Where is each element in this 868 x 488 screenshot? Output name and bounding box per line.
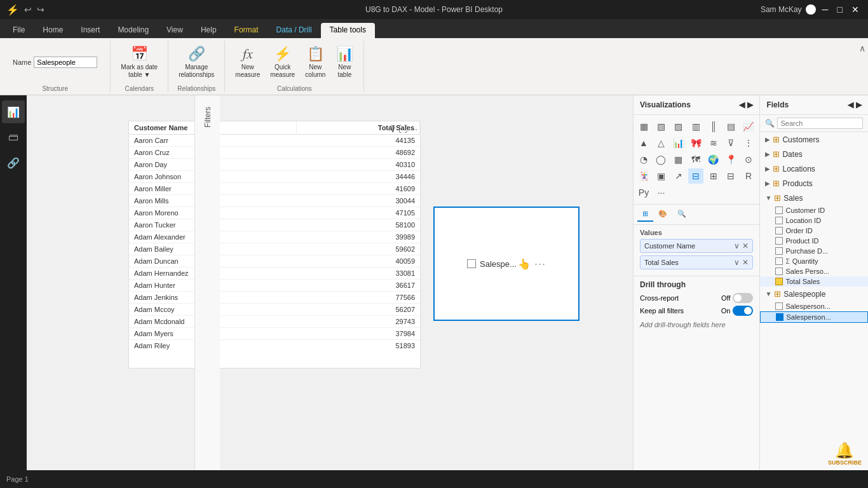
viz-table[interactable]: ⊞: [706, 168, 721, 184]
field-order-id[interactable]: Order ID: [760, 226, 868, 236]
sales-group-header[interactable]: ▼ ⊞ Sales: [760, 191, 868, 205]
field-quantity[interactable]: Σ Quantity: [760, 256, 868, 266]
focus-icon[interactable]: ⛶: [398, 124, 407, 134]
field-salesperson-1[interactable]: Salesperson...: [760, 301, 868, 311]
tab-data-drill[interactable]: Data / Drill: [268, 23, 321, 38]
minimize-btn[interactable]: ─: [820, 4, 831, 15]
ribbon-expand[interactable]: ∧: [857, 41, 868, 92]
new-column-btn[interactable]: 📋 Newcolumn: [301, 43, 329, 81]
viz-treemap[interactable]: ▦: [671, 152, 686, 167]
viz-scatter[interactable]: ⋮: [741, 135, 756, 151]
viz-100pct-bar[interactable]: ▨: [671, 119, 686, 134]
viz-line[interactable]: 📈: [741, 119, 756, 134]
field-product-id[interactable]: Product ID: [760, 236, 868, 246]
viz-clustered-bar[interactable]: ▧: [653, 119, 668, 134]
viz-100pct-col[interactable]: ▤: [723, 119, 738, 134]
viz-azure-map[interactable]: 📍: [723, 152, 738, 167]
tab-home[interactable]: Home: [34, 23, 72, 38]
resize-right[interactable]: [417, 121, 421, 368]
tab-help[interactable]: Help: [192, 23, 226, 38]
tab-modeling[interactable]: Modeling: [109, 23, 158, 38]
fields-collapse-left[interactable]: ◀: [848, 100, 853, 109]
new-measure-btn[interactable]: 𝑓𝑥 Newmeasure: [231, 43, 264, 81]
slicer-more-icon[interactable]: ···: [534, 257, 546, 271]
field-customer-id[interactable]: Customer ID: [760, 205, 868, 215]
pill-close-1[interactable]: ✕: [742, 241, 749, 250]
viz-expand-right[interactable]: ▶: [747, 100, 753, 109]
slicer-checkbox[interactable]: [467, 259, 476, 268]
ribbon-expand-icon[interactable]: ∧: [859, 43, 865, 53]
field-sales-person[interactable]: Sales Perso...: [760, 266, 868, 276]
window-controls[interactable]: ─ □ ✕: [820, 4, 862, 15]
viz-funnel[interactable]: ⊽: [723, 135, 738, 151]
more-options-icon[interactable]: ···: [410, 124, 417, 134]
salespeople-group-header[interactable]: ▼ ⊞ Salespeople: [760, 287, 868, 301]
viz-map[interactable]: 🗺: [688, 152, 703, 167]
viz-stacked-col[interactable]: ▥: [688, 119, 703, 134]
locations-group-header[interactable]: ▶ ⊞ Locations: [760, 161, 868, 176]
resize-left[interactable]: [129, 121, 133, 368]
name-input[interactable]: Salespeople: [34, 57, 97, 68]
pill-chevron-1[interactable]: ∨: [734, 241, 740, 250]
field-total-sales[interactable]: Total Sales: [760, 276, 868, 287]
mark-date-table-btn[interactable]: 📅 Mark as datetable ▼: [117, 43, 161, 81]
subscribe-button[interactable]: 🔔 SUBSCRIBE: [828, 442, 862, 466]
tab-analytics[interactable]: 🔍: [672, 207, 691, 222]
viz-waterfall[interactable]: ≋: [706, 135, 721, 151]
sidebar-item-report[interactable]: 📊: [2, 100, 25, 123]
products-group-header[interactable]: ▶ ⊞ Products: [760, 176, 868, 191]
viz-multirow-card[interactable]: ▣: [653, 168, 668, 184]
sidebar-item-model[interactable]: 🔗: [2, 151, 25, 174]
redo-btn[interactable]: ↪: [37, 4, 44, 15]
viz-clustered-col[interactable]: ║: [706, 119, 721, 134]
field-purchase-date[interactable]: Purchase D...: [760, 246, 868, 256]
pill-close-2[interactable]: ✕: [742, 258, 749, 267]
viz-gauge[interactable]: ⊙: [741, 152, 756, 167]
fields-search-input[interactable]: [777, 118, 863, 129]
viz-pie[interactable]: ◔: [636, 152, 651, 167]
viz-matrix[interactable]: ⊟: [723, 168, 738, 184]
customers-group-header[interactable]: ▶ ⊞ Customers: [760, 132, 868, 147]
viz-donut[interactable]: ◯: [653, 152, 668, 167]
cross-report-toggle[interactable]: [733, 293, 753, 303]
tab-file[interactable]: File: [4, 23, 34, 38]
tab-view[interactable]: View: [158, 23, 192, 38]
manage-relationships-btn[interactable]: 🔗 Managerelationships: [175, 43, 218, 81]
tab-format[interactable]: Format: [226, 23, 268, 38]
viz-slicer[interactable]: ⊟: [688, 168, 703, 184]
viz-card[interactable]: 🃏: [636, 168, 651, 184]
viz-ribbon[interactable]: 🎀: [688, 135, 703, 151]
table-scroll[interactable]: Aaron Carr44135Aaron Cruz48692Aaron Day4…: [129, 135, 420, 351]
tab-table-tools[interactable]: Table tools: [321, 23, 375, 38]
viz-filled-map[interactable]: 🌍: [706, 152, 721, 167]
keep-filters-toggle[interactable]: [733, 306, 753, 316]
tab-insert[interactable]: Insert: [72, 23, 109, 38]
undo-btn[interactable]: ↩: [24, 4, 32, 15]
sidebar-item-data[interactable]: 🗃: [2, 126, 25, 149]
viz-collapse-left[interactable]: ◀: [739, 100, 745, 109]
viz-line-col[interactable]: 📊: [671, 135, 686, 151]
maximize-btn[interactable]: □: [835, 4, 845, 15]
customer-name-pill[interactable]: Customer Name ∨ ✕: [640, 239, 753, 253]
close-btn[interactable]: ✕: [849, 4, 862, 15]
resize-bottom[interactable]: [129, 365, 420, 369]
field-salesperson-2[interactable]: Salesperson...: [760, 311, 868, 323]
quick-measure-btn[interactable]: ⚡ Quickmeasure: [266, 43, 299, 81]
viz-stacked-bar[interactable]: ▦: [636, 119, 651, 134]
resize-top[interactable]: [129, 121, 420, 125]
pill-chevron-2[interactable]: ∨: [734, 258, 740, 267]
viz-more[interactable]: ···: [653, 185, 668, 200]
viz-kpi[interactable]: ↗: [671, 168, 686, 184]
fields-expand-right[interactable]: ▶: [856, 100, 862, 109]
slicer-visual[interactable]: Salespe... 👆 ···: [433, 207, 580, 321]
new-table-btn[interactable]: 📊 Newtable: [332, 43, 357, 81]
viz-python[interactable]: Py: [636, 185, 651, 200]
total-sales-pill[interactable]: Total Sales ∨ ✕: [640, 255, 753, 269]
viz-stacked-area[interactable]: △: [653, 135, 668, 151]
dates-group-header[interactable]: ▶ ⊞ Dates: [760, 147, 868, 161]
filter-icon[interactable]: ⊽: [390, 124, 396, 134]
tab-values[interactable]: ⊞: [637, 207, 653, 222]
tab-format[interactable]: 🎨: [653, 207, 672, 222]
viz-area[interactable]: ▲: [636, 135, 651, 151]
viz-r-visual[interactable]: R: [741, 168, 756, 184]
